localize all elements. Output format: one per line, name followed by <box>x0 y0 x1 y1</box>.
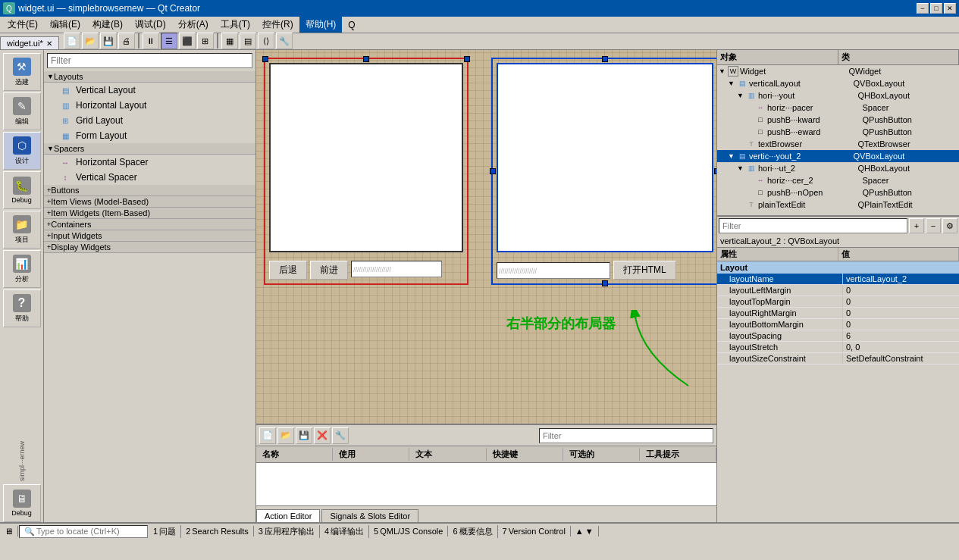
sidebar-btn-debug2[interactable]: 🖥 Debug <box>3 484 41 522</box>
obj-row-spacer1[interactable]: ↔ horiz···pacer Spacer <box>717 102 959 114</box>
toolbar-list-view-btn[interactable]: ▤ <box>240 33 256 49</box>
sidebar-btn-build[interactable]: ⚒ 选建 <box>3 53 41 91</box>
obj-row-plaintextedit[interactable]: T plainTextEdit QPlainTextEdit <box>717 199 959 211</box>
status-compile-output[interactable]: 4 编译输出 <box>320 525 369 538</box>
toolbar-grid-view-btn[interactable]: ▦ <box>221 33 238 49</box>
maximize-button[interactable]: □ <box>930 3 942 14</box>
design-canvas[interactable]: 后退 前进 //////////////////// /////////////… <box>256 50 716 424</box>
menu-widgets[interactable]: 控件(R) <box>256 17 299 33</box>
forward-button[interactable]: 前进 <box>310 261 348 280</box>
obj-row-vlayout2[interactable]: ▼ ▤ vertic···yout_2 QVBoxLayout <box>717 150 959 162</box>
obj-row-hlayout2[interactable]: ▼ ▥ hori···ut_2 QHBoxLayout <box>717 162 959 174</box>
spacers-section[interactable]: ▼ Spacers <box>44 143 255 155</box>
toolbar-save-btn[interactable]: 💾 <box>100 33 117 49</box>
obj-row-pushbtn-open[interactable]: □ pushB···nOpen QPushButton <box>717 186 959 199</box>
props-row-spacing[interactable]: layoutSpacing 6 <box>717 330 959 342</box>
bottom-delete-btn[interactable]: ❌ <box>314 427 331 444</box>
layouts-section[interactable]: ▼ Layouts <box>44 71 255 83</box>
props-row-sizeconstraint[interactable]: layoutSizeConstraint SetDefaultConstrain… <box>717 353 959 364</box>
toolbar-code-btn[interactable]: ⟨⟩ <box>258 33 274 49</box>
vertical-layout-item[interactable]: ▤ Vertical Layout <box>44 83 255 98</box>
status-search-results[interactable]: 2 Search Results <box>181 526 254 537</box>
sidebar-btn-design[interactable]: ⬡ 设计 <box>3 132 41 170</box>
obj-row-hlayout[interactable]: ▼ ▥ hori···yout QHBoxLayout <box>717 89 959 102</box>
props-row-bottommargin[interactable]: layoutBottomMargin 0 <box>717 319 959 330</box>
toolbar-open-btn[interactable]: 📂 <box>82 33 99 49</box>
toolbar-layout-v-btn[interactable]: ⬛ <box>179 33 196 49</box>
props-filter-settings-btn[interactable]: ⚙ <box>942 218 957 233</box>
menu-edit[interactable]: 编辑(E) <box>44 17 86 33</box>
menu-q[interactable]: Q <box>342 18 361 32</box>
widget-filter-input[interactable] <box>47 53 252 68</box>
left-form-container[interactable]: 后退 前进 //////////////////// <box>264 58 469 285</box>
menu-help[interactable]: 帮助(H) <box>299 17 343 33</box>
props-row-topmargin[interactable]: layoutTopMargin 0 <box>717 296 959 308</box>
grid-layout-item[interactable]: ⊞ Grid Layout <box>44 113 255 128</box>
status-app-output[interactable]: 3 应用程序输出 <box>254 525 320 538</box>
toolbar-layout-grid-btn[interactable]: ⊞ <box>197 33 214 49</box>
sidebar-btn-debug[interactable]: 🐛 Debug <box>3 171 41 209</box>
props-row-rightmargin[interactable]: layoutRightMargin 0 <box>717 308 959 319</box>
obj-row-pushbtn2[interactable]: □ pushB···eward QPushButton <box>717 126 959 138</box>
status-issues[interactable]: 1 问题 <box>149 525 181 538</box>
url-input-right[interactable]: //////////////////// <box>497 262 610 279</box>
status-qml-console[interactable]: 5 QML/JS Console <box>369 526 448 537</box>
url-input-left[interactable]: //////////////////// <box>351 261 442 277</box>
props-row-stretch[interactable]: layoutStretch 0, 0 <box>717 342 959 353</box>
toolbar-new-btn[interactable]: 📄 <box>64 33 80 49</box>
obj-row-vlayout[interactable]: ▼ ▤ verticalLayout QVBoxLayout <box>717 77 959 89</box>
menu-analyze[interactable]: 分析(A) <box>172 17 215 33</box>
toolbar-pause-btn[interactable]: ⏸ <box>143 33 159 49</box>
form-layout-item[interactable]: ▦ Form Layout <box>44 128 255 143</box>
item-views-section[interactable]: + Item Views (Model-Based) <box>44 196 255 208</box>
status-summary[interactable]: 6 概要信息 <box>448 525 497 538</box>
obj-row-pushbtn1[interactable]: □ pushB···kward QPushButton <box>717 114 959 126</box>
bottom-new-btn[interactable]: 📄 <box>259 427 276 444</box>
obj-row-textbrowser[interactable]: T textBrowser QTextBrowser <box>717 138 959 150</box>
horizontal-layout-item[interactable]: ▥ Horizontal Layout <box>44 98 255 113</box>
menu-build[interactable]: 构建(B) <box>86 17 129 33</box>
handle-tl <box>262 56 268 62</box>
menu-tools[interactable]: 工具(T) <box>215 17 256 33</box>
toolbar-layout-h-btn[interactable]: ☰ <box>161 33 177 49</box>
toolbar-print-btn[interactable]: 🖨 <box>118 33 135 49</box>
action-editor-tab[interactable]: Action Editor <box>256 509 320 522</box>
main-container: ⚒ 选建 ✎ 编辑 ⬡ 设计 🐛 Debug 📁 项目 📊 分析 ? 帮助 si… <box>0 50 959 522</box>
status-version-control[interactable]: 7 Version Control <box>498 526 571 537</box>
tab-widget-ui[interactable]: widget.ui* ✕ <box>0 36 59 49</box>
sidebar-btn-edit[interactable]: ✎ 编辑 <box>3 92 41 130</box>
back-button[interactable]: 后退 <box>269 261 307 280</box>
sidebar-btn-projects[interactable]: 📁 项目 <box>3 211 41 249</box>
signals-slots-tab[interactable]: Signals & Slots Editor <box>321 509 418 522</box>
input-widgets-section[interactable]: + Input Widgets <box>44 230 255 242</box>
minimize-button[interactable]: − <box>917 3 929 14</box>
sidebar-btn-analyze[interactable]: 📊 分析 <box>3 250 41 288</box>
obj-row-widget[interactable]: ▼ W Widget QWidget <box>717 65 959 77</box>
horizontal-spacer-item[interactable]: ↔ Horizontal Spacer <box>44 155 255 170</box>
props-row-layoutname[interactable]: layoutName verticalLayout_2 <box>717 274 959 285</box>
bottom-save-btn[interactable]: 💾 <box>296 427 312 444</box>
tab-close-button[interactable]: ✕ <box>46 39 52 48</box>
menu-file[interactable]: 文件(E) <box>2 17 44 33</box>
open-html-button[interactable]: 打开HTML <box>613 261 676 280</box>
bottom-tools-btn[interactable]: 🔧 <box>332 427 349 444</box>
props-row-leftmargin[interactable]: layoutLeftMargin 0 <box>717 285 959 296</box>
locate-input[interactable] <box>36 527 143 536</box>
props-layout-section[interactable]: Layout <box>717 261 959 274</box>
menu-debug[interactable]: 调试(D) <box>129 17 172 33</box>
obj-row-spacer2[interactable]: ↔ horiz···cer_2 Spacer <box>717 174 959 186</box>
buttons-section[interactable]: + Buttons <box>44 185 255 196</box>
bottom-open-btn[interactable]: 📂 <box>277 427 294 444</box>
display-widgets-section[interactable]: + Display Widgets <box>44 242 255 253</box>
props-filter-add-btn[interactable]: + <box>909 218 924 233</box>
sidebar-btn-help[interactable]: ? 帮助 <box>3 289 41 327</box>
right-form-container[interactable]: //////////////////// 打开HTML <box>491 58 716 285</box>
toolbar-settings-btn[interactable]: 🔧 <box>276 33 293 49</box>
props-filter-input[interactable] <box>719 218 907 233</box>
bottom-filter-input[interactable] <box>539 428 713 443</box>
props-filter-remove-btn[interactable]: − <box>926 218 941 233</box>
item-widgets-section[interactable]: + Item Widgets (Item-Based) <box>44 208 255 219</box>
containers-section[interactable]: + Containers <box>44 219 255 230</box>
vertical-spacer-item[interactable]: ↕ Vertical Spacer <box>44 170 255 185</box>
close-button[interactable]: ✕ <box>944 3 956 14</box>
